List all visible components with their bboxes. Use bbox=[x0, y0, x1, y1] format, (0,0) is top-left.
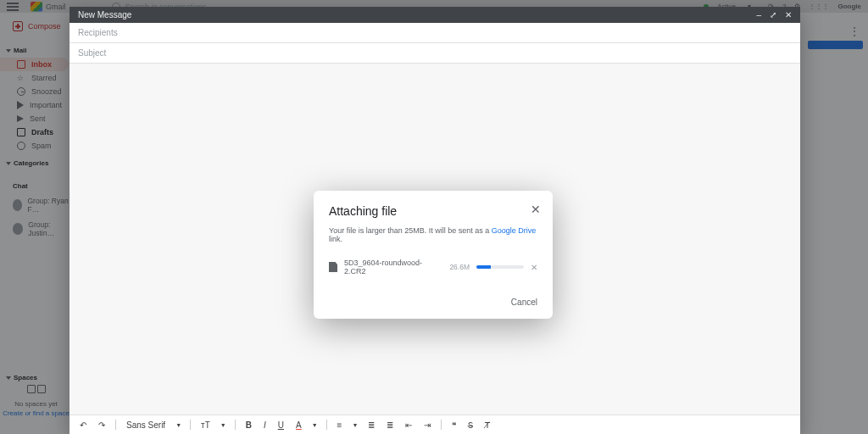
font-size-button[interactable]: тT bbox=[199, 420, 212, 430]
minimize-icon[interactable]: – bbox=[756, 10, 761, 19]
file-size: 26.6M bbox=[449, 263, 470, 271]
format-toolbar: ↶ ↷ Sans Serif ▼ тT ▼ B I U A ▼ ≡ ▼ ≣ ≣ … bbox=[70, 415, 800, 434]
file-upload-row: 5D3_9604-roundwood-2.CR2 26.6M ✕ bbox=[329, 259, 537, 275]
bulleted-list-button[interactable]: ≣ bbox=[385, 420, 395, 430]
file-name: 5D3_9604-roundwood-2.CR2 bbox=[344, 259, 442, 275]
compose-title: New Message bbox=[78, 10, 131, 19]
text-color-button[interactable]: A bbox=[294, 420, 303, 430]
dialog-message: Your file is larger than 25MB. It will b… bbox=[329, 226, 537, 243]
undo-button[interactable]: ↶ bbox=[78, 420, 88, 430]
separator bbox=[235, 420, 236, 430]
recipients-field[interactable]: Recipients bbox=[70, 23, 800, 43]
align-button[interactable]: ≡ bbox=[336, 420, 344, 430]
underline-button[interactable]: U bbox=[276, 420, 286, 430]
numbered-list-button[interactable]: ≣ bbox=[366, 420, 376, 430]
font-selector[interactable]: Sans Serif bbox=[125, 420, 167, 430]
italic-button[interactable]: I bbox=[262, 420, 268, 430]
dialog-close-icon[interactable]: ✕ bbox=[531, 203, 541, 216]
separator bbox=[190, 420, 191, 430]
cancel-button[interactable]: Cancel bbox=[511, 298, 537, 307]
quote-button[interactable]: ❝ bbox=[450, 420, 458, 430]
google-drive-link[interactable]: Google Drive bbox=[492, 226, 537, 235]
subject-field[interactable]: Subject bbox=[70, 43, 800, 64]
upload-progress-bar bbox=[476, 265, 524, 269]
attaching-file-dialog: ✕ Attaching file Your file is larger tha… bbox=[314, 191, 553, 319]
close-icon[interactable]: ✕ bbox=[785, 10, 792, 19]
clear-formatting-button[interactable]: T̸ bbox=[483, 420, 492, 430]
indent-decrease-button[interactable]: ⇤ bbox=[403, 420, 414, 430]
redo-button[interactable]: ↷ bbox=[97, 420, 107, 430]
expand-icon[interactable]: ⤢ bbox=[770, 10, 776, 19]
compose-header[interactable]: New Message – ⤢ ✕ bbox=[70, 7, 800, 23]
strikethrough-button[interactable]: S̶ bbox=[466, 420, 475, 430]
file-icon bbox=[329, 262, 337, 272]
separator bbox=[326, 420, 327, 430]
bold-button[interactable]: B bbox=[244, 420, 253, 430]
separator bbox=[115, 420, 116, 430]
separator bbox=[441, 420, 442, 430]
indent-increase-button[interactable]: ⇥ bbox=[422, 420, 432, 430]
remove-file-icon[interactable]: ✕ bbox=[531, 263, 537, 272]
dialog-title: Attaching file bbox=[329, 204, 537, 218]
